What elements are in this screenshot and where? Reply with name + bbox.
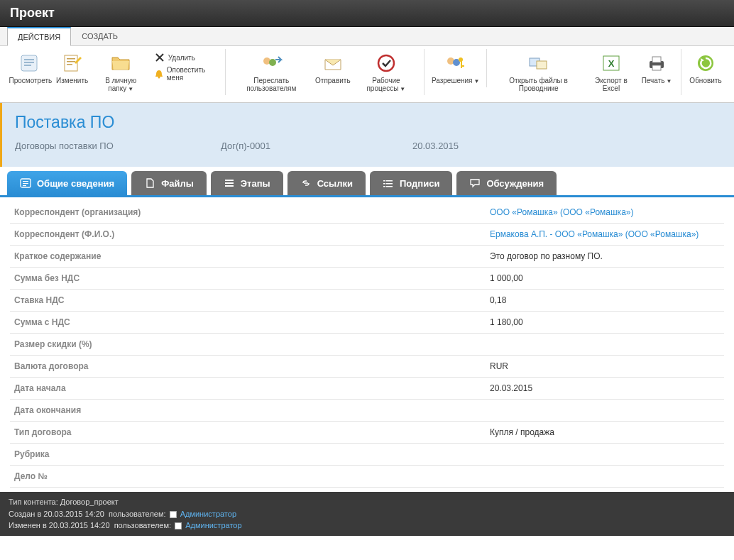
window-title-bar: Проект <box>0 0 734 27</box>
footer-content-type: Тип контента: Договор_проект <box>9 496 725 508</box>
file-icon <box>144 177 155 189</box>
delete-button[interactable]: Удалить <box>151 50 219 65</box>
refresh-button[interactable]: Обновить <box>686 49 725 87</box>
svg-rect-29 <box>225 180 234 181</box>
checkbox-icon <box>170 511 177 518</box>
ribbon-group-item: Просмотреть Изменить В личную папку▼ Уда… <box>4 49 226 95</box>
svg-rect-5 <box>67 58 75 60</box>
list-icon <box>224 177 235 189</box>
detail-row: Краткое содержаниеЭто договор по разному… <box>10 246 724 268</box>
svg-rect-18 <box>537 61 547 69</box>
detail-label: Размер скидки (%) <box>14 339 490 349</box>
export-excel-button[interactable]: X Экспорт в Excel <box>586 49 637 95</box>
view-button[interactable]: Просмотреть <box>9 49 53 87</box>
delete-icon <box>154 52 165 63</box>
ribbon-tabs: ДЕЙСТВИЯ СОЗДАТЬ <box>0 27 734 46</box>
detail-row: Сумма без НДС1 000,00 <box>10 268 724 290</box>
detail-label: Дата начала <box>14 383 490 393</box>
ribbon-tab-create[interactable]: СОЗДАТЬ <box>71 27 128 45</box>
svg-rect-15 <box>461 61 462 68</box>
key-users-icon <box>444 52 467 75</box>
document-edit-icon <box>61 52 84 75</box>
ribbon-small-group: Удалить Оповестить меня <box>150 49 221 84</box>
detail-label: Рубрика <box>14 449 490 459</box>
detail-value: RUR <box>490 361 508 371</box>
detail-label: Корреспондент (Ф.И.О.) <box>14 229 490 239</box>
ribbon-tab-actions[interactable]: ДЕЙСТВИЯ <box>7 27 71 46</box>
detail-value: 1 000,00 <box>490 273 523 283</box>
detail-label: Ставка НДС <box>14 295 490 305</box>
envelope-icon <box>322 52 344 75</box>
folder-icon <box>109 52 132 75</box>
detail-row: Сумма с НДС1 180,00 <box>10 312 724 334</box>
notify-button[interactable]: Оповестить меня <box>151 65 219 83</box>
svg-rect-36 <box>383 186 385 187</box>
svg-rect-2 <box>24 62 34 63</box>
link-icon <box>300 177 312 189</box>
tab-discussions[interactable]: Обсуждения <box>456 171 557 195</box>
bell-icon <box>154 68 164 79</box>
detail-label: Краткое содержание <box>14 251 490 261</box>
document-info-header: Поставка ПО Договоры поставки ПО Дог(п)-… <box>0 103 734 167</box>
svg-rect-37 <box>386 186 393 187</box>
status-bar: Тип контента: Договор_проект Создан в 20… <box>0 492 734 536</box>
detail-row: Ставка НДС0,18 <box>10 290 724 312</box>
signature-icon <box>383 177 394 189</box>
tab-files[interactable]: Файлы <box>131 171 207 195</box>
detail-row: Дата окончания <box>10 400 724 422</box>
svg-rect-30 <box>225 182 234 184</box>
detail-label: Корреспондент (организация) <box>14 207 490 217</box>
footer-modified: Изменен в 20.03.2015 14:20 пользователем… <box>9 520 725 532</box>
edit-button[interactable]: Изменить <box>53 49 92 87</box>
detail-value[interactable]: ООО «Ромашка» (ООО «Ромашка») <box>490 207 633 217</box>
refresh-icon <box>694 52 717 75</box>
print-button[interactable]: Печать▼ <box>637 49 677 87</box>
detail-value: Это договор по разному ПО. <box>490 251 603 261</box>
tab-general[interactable]: Общие сведения <box>7 171 127 195</box>
detail-label: Дата окончания <box>14 405 490 415</box>
detail-row: Дата начала20.03.2015 <box>10 378 724 400</box>
svg-rect-1 <box>24 59 34 60</box>
admin-link[interactable]: Администратор <box>185 521 241 529</box>
svg-text:X: X <box>608 58 615 69</box>
svg-rect-31 <box>225 185 234 187</box>
personal-folder-button[interactable]: В личную папку▼ <box>92 49 150 95</box>
svg-rect-32 <box>383 180 385 182</box>
open-explorer-button[interactable]: Открыть файлы в Проводнике <box>491 49 585 95</box>
detail-row: Корреспондент (Ф.И.О.)Ермакова А.П. - ОО… <box>10 224 724 246</box>
forward-button[interactable]: Переслать пользователям <box>230 49 313 95</box>
send-button[interactable]: Отправить <box>313 49 353 87</box>
detail-value: 1 180,00 <box>490 317 523 327</box>
detail-row: Тип договораКупля / продажа <box>10 422 724 444</box>
svg-rect-22 <box>652 57 661 62</box>
workflows-button[interactable]: Рабочие процессы▼ <box>353 49 420 95</box>
tab-links[interactable]: Ссылки <box>287 171 366 195</box>
tab-stages[interactable]: Этапы <box>211 171 283 195</box>
detail-label: Валюта договора <box>14 361 490 371</box>
detail-row: Валюта договораRUR <box>10 356 724 378</box>
svg-point-10 <box>269 59 276 66</box>
svg-rect-3 <box>24 65 31 66</box>
ribbon-group-send: Переслать пользователям Отправить Рабочи… <box>226 49 424 95</box>
ribbon-group-export: Открыть файлы в Проводнике X Экспорт в E… <box>487 49 681 95</box>
document-view-icon <box>19 52 42 75</box>
svg-rect-35 <box>386 183 393 185</box>
window-title: Проект <box>10 6 55 20</box>
document-number: Дог(п)-0001 <box>221 141 412 151</box>
document-date: 20.03.2015 <box>412 141 459 151</box>
detail-value[interactable]: Ермакова А.П. - ООО «Ромашка» (ООО «Рома… <box>490 229 699 239</box>
ribbon-group-permissions: Разрешения▼ <box>424 49 488 87</box>
svg-rect-26 <box>23 181 28 182</box>
svg-rect-28 <box>23 185 26 186</box>
document-category: Договоры поставки ПО <box>15 141 221 151</box>
content-tabs: Общие сведения Файлы Этапы Ссылки Подпис… <box>0 167 734 197</box>
svg-point-11 <box>378 55 394 71</box>
tab-signatures[interactable]: Подписи <box>370 171 452 195</box>
detail-value: 20.03.2015 <box>490 383 532 393</box>
permissions-button[interactable]: Разрешения▼ <box>429 49 483 87</box>
svg-rect-16 <box>461 65 464 67</box>
admin-link[interactable]: Администратор <box>180 510 236 518</box>
info-icon <box>20 177 31 189</box>
ribbon-toolbar: Просмотреть Изменить В личную папку▼ Уда… <box>0 46 734 103</box>
svg-rect-34 <box>383 183 385 185</box>
